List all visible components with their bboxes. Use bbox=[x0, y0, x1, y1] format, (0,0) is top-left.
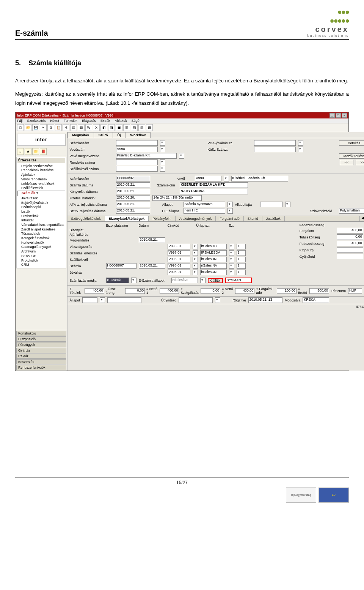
dropdown-icon[interactable] bbox=[228, 202, 233, 207]
detail-tab[interactable]: Szövegek/feltételek bbox=[67, 216, 105, 221]
field-vevonev[interactable]: Kísérleti E-számla Kft. bbox=[116, 153, 177, 159]
field[interactable]: nem HIE bbox=[184, 208, 225, 214]
tab[interactable]: Megnyitás bbox=[67, 132, 94, 138]
menu-item[interactable]: Szerkesztés bbox=[27, 119, 46, 123]
field[interactable] bbox=[337, 254, 363, 259]
dropdown-icon[interactable] bbox=[160, 159, 165, 165]
tree-item[interactable]: Vevői rendelések bbox=[17, 177, 65, 182]
dropdown-icon[interactable] bbox=[193, 250, 198, 256]
tree-item[interactable]: Bejövő jóváírások bbox=[17, 201, 65, 205]
field[interactable]: IRSALESDA bbox=[200, 250, 227, 256]
tree-item[interactable]: Kötegelt futtatások bbox=[17, 236, 65, 241]
field-vda[interactable] bbox=[254, 140, 296, 146]
menu-item[interactable]: Nézet bbox=[50, 119, 60, 123]
dropdown-icon[interactable] bbox=[100, 297, 105, 303]
toolbar-cut-icon[interactable]: ✂ bbox=[40, 124, 47, 131]
dropdown-icon[interactable] bbox=[200, 278, 206, 283]
detail-tab[interactable]: Példányfelh. bbox=[149, 216, 176, 221]
field[interactable]: irSalesCN bbox=[200, 270, 227, 275]
tree-item[interactable]: Csomagolóanyagok bbox=[17, 245, 65, 249]
toolbar-icon[interactable]: ▣ bbox=[116, 124, 122, 131]
toolbar-open-icon[interactable]: 📂 bbox=[25, 124, 31, 131]
toolbar-icon[interactable]: ▩ bbox=[146, 124, 153, 131]
dropdown-icon[interactable] bbox=[229, 250, 234, 256]
toolbar-icon[interactable]: ◧ bbox=[100, 124, 107, 131]
field-currency[interactable]: HUF bbox=[348, 288, 362, 294]
tree-item-selected[interactable]: Számlák bbox=[17, 191, 65, 196]
dropdown-icon[interactable] bbox=[179, 153, 184, 159]
field[interactable] bbox=[260, 202, 283, 207]
field[interactable]: E-számla bbox=[106, 278, 129, 283]
toolbar-icon[interactable]: ▤ bbox=[70, 124, 77, 131]
dropdown-icon[interactable] bbox=[193, 270, 198, 275]
menu-item[interactable]: Extrák bbox=[100, 119, 110, 123]
field[interactable]: 2010.05.21. bbox=[116, 208, 150, 214]
field[interactable]: 2010.05.21. bbox=[116, 202, 150, 207]
field[interactable] bbox=[107, 297, 141, 303]
dropdown-icon[interactable] bbox=[298, 140, 303, 146]
toolbar-save-icon[interactable]: 💾 bbox=[32, 124, 39, 131]
sidebar-btn[interactable]: Rendszerfunkciók bbox=[16, 365, 66, 370]
sidebar-btn[interactable]: Pénzügyek bbox=[16, 342, 66, 347]
dropdown-icon[interactable] bbox=[229, 244, 234, 249]
toolbar-icon[interactable]: ▧ bbox=[131, 124, 138, 131]
field[interactable]: V998-01 bbox=[168, 244, 190, 249]
tree-item[interactable]: Listák bbox=[17, 210, 65, 214]
folder-icon[interactable]: 📁 bbox=[32, 148, 39, 155]
field[interactable]: Számla nyomtatva bbox=[184, 202, 225, 207]
detail-tab[interactable]: Forgalmi adó bbox=[216, 216, 244, 221]
field[interactable]: 2010.05.21. bbox=[116, 182, 150, 188]
field[interactable]: V998-01 bbox=[168, 270, 190, 275]
sidebar-btn[interactable]: Gyártás bbox=[16, 348, 66, 353]
field-szallitolevel[interactable] bbox=[116, 166, 158, 172]
tree-item[interactable]: Törzsadatok bbox=[17, 232, 65, 236]
field[interactable]: 1 bbox=[237, 270, 246, 275]
field[interactable]: 2010.05.21. bbox=[139, 237, 165, 243]
tree-item[interactable]: CRM bbox=[17, 263, 65, 267]
field[interactable]: 1 bbox=[237, 257, 246, 262]
dropdown-icon[interactable] bbox=[193, 257, 198, 262]
tree-item[interactable]: Archívum bbox=[17, 249, 65, 254]
field[interactable]: 2010.05.21. bbox=[139, 263, 165, 269]
sidebar-btn[interactable]: Konstrukció bbox=[16, 331, 66, 336]
field[interactable] bbox=[179, 297, 213, 303]
tree-item[interactable]: Jóváírások bbox=[17, 196, 65, 201]
toolbar-copy-icon[interactable]: ⧉ bbox=[47, 124, 54, 131]
toolbar-icon[interactable]: ▥ bbox=[123, 124, 130, 131]
field[interactable]: irSalesINV bbox=[200, 263, 227, 269]
tree-item[interactable]: Számlanapló bbox=[17, 205, 65, 210]
tab[interactable]: Szűrő bbox=[94, 132, 113, 138]
field-kusz[interactable] bbox=[254, 147, 296, 152]
star-icon[interactable]: ★ bbox=[25, 148, 31, 155]
tree-item[interactable]: Szállítólevelek bbox=[17, 186, 65, 191]
tree-item[interactable]: Projekt szerkesztése bbox=[17, 164, 65, 169]
field[interactable]: 1 bbox=[237, 250, 246, 256]
field[interactable]: V998 bbox=[195, 176, 221, 181]
toolbar-icon[interactable]: ◨ bbox=[108, 124, 115, 131]
toolbar-icon[interactable]: ▨ bbox=[138, 124, 145, 131]
field[interactable] bbox=[337, 247, 363, 253]
field-rendeles[interactable] bbox=[116, 159, 158, 165]
detail-tab[interactable]: Jutalékok bbox=[262, 216, 285, 221]
tab[interactable]: Új bbox=[113, 132, 126, 138]
toolbar-word-icon[interactable]: W bbox=[85, 124, 92, 131]
field[interactable]: 2010.06.20. bbox=[116, 195, 150, 201]
field-vevoszam[interactable]: V998 bbox=[116, 147, 158, 152]
menu-item[interactable]: Súgó bbox=[132, 119, 140, 123]
dropdown-icon[interactable] bbox=[229, 270, 234, 275]
dropdown-icon[interactable] bbox=[160, 166, 165, 172]
dropdown-icon[interactable] bbox=[224, 176, 229, 181]
sidebar-btn[interactable]: Diszpozíció bbox=[16, 336, 66, 342]
toolbar-paste-icon[interactable]: 📋 bbox=[55, 124, 62, 131]
toolbar-icon[interactable]: ▦ bbox=[78, 124, 85, 131]
dropdown-icon[interactable] bbox=[215, 297, 220, 303]
menu-item[interactable]: Ablakok bbox=[115, 119, 127, 123]
field[interactable]: 1 bbox=[237, 263, 246, 269]
field[interactable]: H00068/07 bbox=[106, 263, 136, 269]
field-szamlaszam[interactable] bbox=[116, 140, 158, 146]
close-icon[interactable]: × bbox=[342, 113, 347, 118]
tree-item[interactable]: Protokollok bbox=[17, 259, 65, 263]
home-icon[interactable]: ⌂ bbox=[17, 148, 24, 155]
clear-fields-button[interactable]: Mezők törlése bbox=[339, 153, 364, 159]
load-button[interactable]: Betöltés bbox=[339, 140, 364, 146]
